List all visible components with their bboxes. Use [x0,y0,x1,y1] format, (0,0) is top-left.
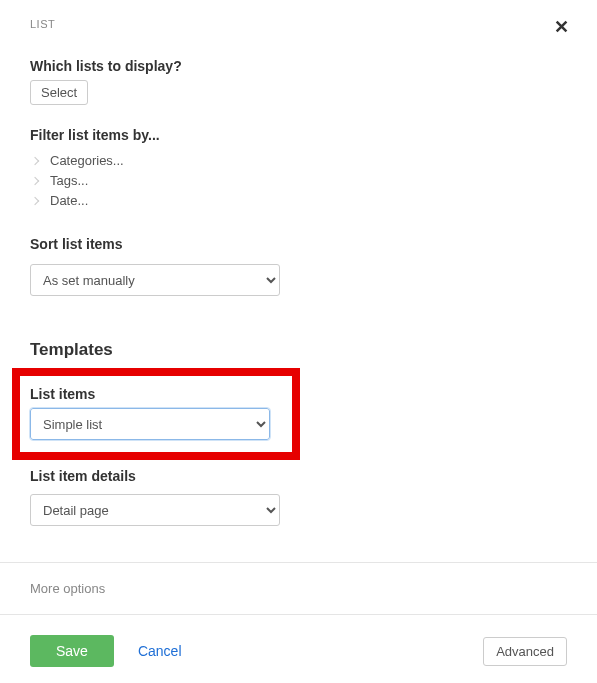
filter-item-label: Categories... [50,153,124,168]
dialog-footer: Save Cancel Advanced [0,614,597,683]
filter-item-date[interactable]: Date... [30,193,567,208]
save-button[interactable]: Save [30,635,114,667]
sort-select[interactable]: As set manually [30,264,280,296]
sort-label: Sort list items [30,236,567,252]
templates-heading: Templates [30,340,567,360]
close-icon[interactable]: ✕ [550,18,573,36]
filter-item-label: Tags... [50,173,88,188]
chevron-right-icon [31,176,39,184]
list-items-highlight: List items Simple list [12,368,300,460]
list-items-select[interactable]: Simple list [30,408,270,440]
filter-title: Filter list items by... [30,127,567,143]
detail-section: List item details Detail page [30,468,567,526]
chevron-right-icon [31,196,39,204]
cancel-button[interactable]: Cancel [138,643,182,659]
filter-item-tags[interactable]: Tags... [30,173,567,188]
select-button[interactable]: Select [30,80,88,105]
filter-item-categories[interactable]: Categories... [30,153,567,168]
advanced-button[interactable]: Advanced [483,637,567,666]
chevron-right-icon [31,156,39,164]
more-options-toggle[interactable]: More options [0,562,597,614]
filter-section: Filter list items by... Categories... Ta… [30,127,567,208]
detail-select[interactable]: Detail page [30,494,280,526]
dialog-header: LIST ✕ [0,0,597,44]
dialog-body: Which lists to display? Select Filter li… [0,44,597,526]
list-settings-dialog: LIST ✕ Which lists to display? Select Fi… [0,0,597,683]
filter-item-label: Date... [50,193,88,208]
display-section: Which lists to display? Select [30,58,567,105]
detail-label: List item details [30,468,567,484]
dialog-title: LIST [30,18,55,30]
display-label: Which lists to display? [30,58,567,74]
list-items-label: List items [30,386,282,402]
sort-section: Sort list items As set manually [30,236,567,296]
